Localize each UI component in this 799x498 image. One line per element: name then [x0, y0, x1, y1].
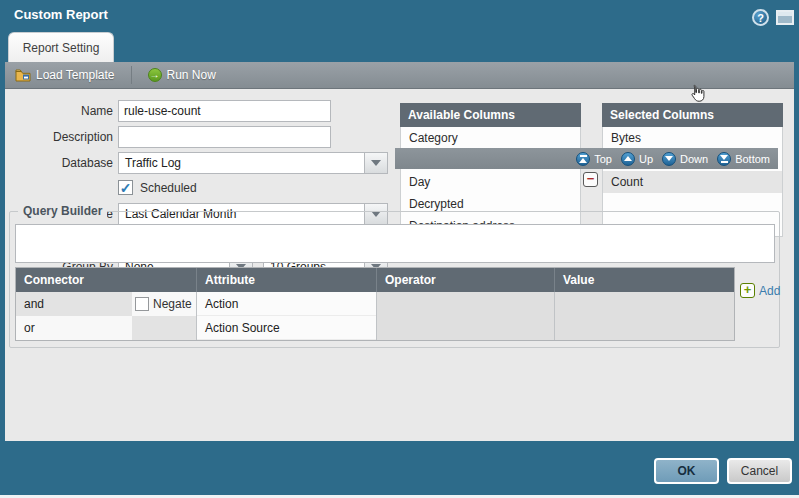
- column-header-operator: Operator: [377, 268, 555, 292]
- move-bottom-label: Bottom: [735, 153, 770, 165]
- move-down-icon: [662, 152, 676, 166]
- move-up-icon: [621, 152, 635, 166]
- column-header-attribute: Attribute: [197, 268, 377, 292]
- description-label: Description: [5, 126, 113, 148]
- available-columns-header: Available Columns: [400, 103, 581, 127]
- query-table-header-row: Connector Attribute Operator Value: [16, 268, 734, 292]
- query-builder-table: Connector Attribute Operator Value and N…: [15, 267, 735, 341]
- tab-label: Report Setting: [23, 41, 100, 55]
- negate-checkbox[interactable]: [135, 297, 149, 311]
- folder-icon: [15, 68, 31, 82]
- attribute-column: Action Action Source: [197, 292, 377, 340]
- list-item[interactable]: Category: [401, 127, 580, 149]
- column-header-connector: Connector: [16, 268, 197, 292]
- window-restore-icon[interactable]: [776, 10, 794, 25]
- list-item[interactable]: Bytes: [603, 127, 782, 149]
- list-item[interactable]: Day: [401, 171, 580, 193]
- toolbar-separator: [131, 66, 132, 84]
- move-up-button[interactable]: Up: [621, 152, 653, 166]
- run-arrow-icon: [148, 68, 162, 82]
- move-top-icon: [576, 152, 590, 166]
- run-now-label: Run Now: [167, 68, 216, 82]
- move-top-button[interactable]: Top: [576, 152, 612, 166]
- table-row: or: [16, 316, 196, 340]
- hand-cursor-icon: [687, 82, 709, 104]
- add-label: Add: [759, 284, 780, 298]
- tab-report-setting[interactable]: Report Setting: [8, 32, 114, 62]
- add-filter-button[interactable]: Add: [740, 283, 780, 298]
- load-template-button[interactable]: Load Template: [5, 62, 125, 88]
- window-title: Custom Report: [14, 7, 108, 22]
- attribute-option-action[interactable]: Action: [197, 292, 376, 316]
- reorder-bar: Top Up Down Bottom: [395, 148, 778, 169]
- move-bottom-button[interactable]: Bottom: [717, 152, 770, 166]
- scheduled-field: Scheduled: [118, 180, 197, 195]
- plus-icon: [740, 283, 755, 298]
- connector-option-and[interactable]: and: [16, 292, 132, 316]
- negate-spacer: [132, 316, 196, 340]
- value-column[interactable]: [555, 292, 734, 340]
- connector-column: and Negate or: [16, 292, 197, 340]
- cancel-button[interactable]: Cancel: [727, 458, 792, 484]
- list-item-hovered[interactable]: Count: [603, 171, 782, 193]
- database-select[interactable]: Traffic Log: [118, 152, 388, 174]
- move-down-button[interactable]: Down: [662, 152, 708, 166]
- toolbar: Load Template Run Now: [5, 62, 794, 89]
- help-icon[interactable]: [752, 9, 769, 26]
- load-template-label: Load Template: [36, 68, 115, 82]
- move-bottom-icon: [717, 152, 731, 166]
- name-label: Name: [5, 100, 113, 122]
- move-top-label: Top: [594, 153, 612, 165]
- ok-button[interactable]: OK: [654, 458, 719, 484]
- negate-field: Negate: [132, 292, 196, 316]
- move-down-label: Down: [680, 153, 708, 165]
- run-now-button[interactable]: Run Now: [138, 62, 226, 88]
- database-value: Traffic Log: [119, 156, 364, 170]
- query-builder-legend: Query Builder: [18, 204, 107, 218]
- selected-columns-header: Selected Columns: [602, 103, 783, 127]
- column-header-value: Value: [555, 268, 734, 292]
- operator-column[interactable]: [377, 292, 555, 340]
- name-input[interactable]: [118, 100, 331, 122]
- scheduled-checkbox[interactable]: [118, 180, 133, 195]
- attribute-option-action-source[interactable]: Action Source: [197, 316, 376, 340]
- connector-option-or[interactable]: or: [16, 316, 132, 340]
- query-input[interactable]: [15, 224, 775, 263]
- negate-label: Negate: [153, 297, 192, 311]
- table-row: and Negate: [16, 292, 196, 316]
- move-up-label: Up: [639, 153, 653, 165]
- description-input[interactable]: [118, 126, 331, 148]
- chevron-down-icon[interactable]: [364, 153, 387, 173]
- remove-column-button[interactable]: [583, 172, 598, 187]
- database-label: Database: [5, 152, 113, 174]
- scheduled-label: Scheduled: [140, 181, 197, 195]
